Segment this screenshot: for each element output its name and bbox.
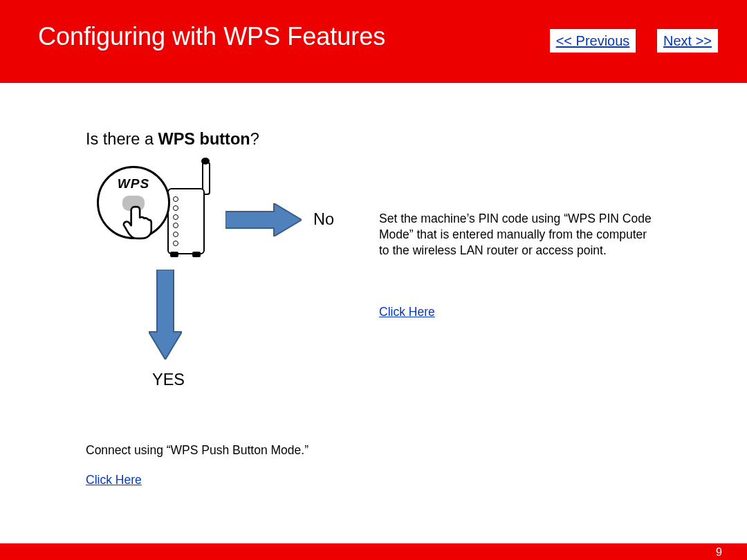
- branch-yes-description: Connect using “WPS Push Button Mode.”: [86, 443, 308, 458]
- arrow-right-icon: [225, 203, 302, 236]
- header-bar: Configuring with WPS Features << Previou…: [0, 0, 747, 83]
- question-bold: WPS button: [158, 130, 250, 148]
- arrow-down-icon: [149, 270, 182, 360]
- router-icon: [167, 188, 205, 254]
- wps-bubble-icon: WPS: [97, 166, 170, 239]
- wps-bubble-label: WPS: [99, 176, 168, 192]
- footer-bar: 9: [0, 543, 747, 560]
- branch-no-description: Set the machine’s PIN code using “WPS PI…: [379, 211, 656, 258]
- question-prefix: Is there a: [86, 130, 158, 148]
- branch-yes-label: YES: [152, 371, 185, 389]
- antenna-tip-icon: [201, 158, 210, 165]
- question-text: Is there a WPS button?: [86, 130, 259, 149]
- router-illustration: WPS: [97, 166, 221, 263]
- page-title: Configuring with WPS Features: [38, 22, 385, 51]
- router-foot-icon: [192, 252, 201, 257]
- router-foot-icon: [170, 252, 178, 257]
- svg-marker-0: [225, 203, 302, 236]
- branch-yes-link[interactable]: Click Here: [86, 473, 142, 487]
- next-button[interactable]: Next >>: [657, 29, 718, 53]
- hand-press-icon: [120, 204, 156, 240]
- svg-marker-1: [149, 270, 182, 360]
- previous-button[interactable]: << Previous: [550, 29, 636, 53]
- branch-no-link[interactable]: Click Here: [379, 305, 435, 319]
- question-suffix: ?: [250, 130, 259, 148]
- page-number: 9: [716, 546, 722, 559]
- branch-no-label: No: [313, 210, 334, 229]
